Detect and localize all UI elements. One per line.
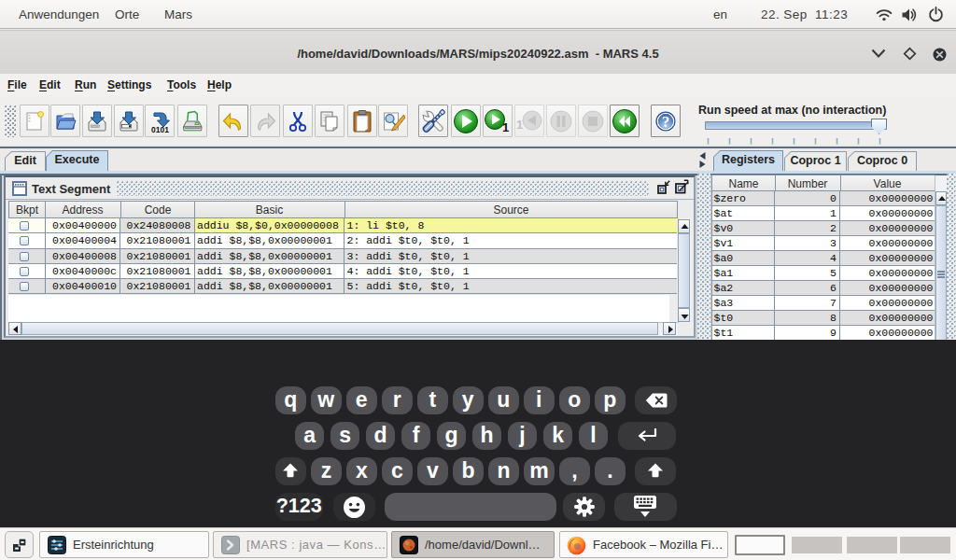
svg-text:0101: 0101 bbox=[151, 125, 169, 133]
svg-text:?: ? bbox=[662, 112, 669, 130]
svg-text:1: 1 bbox=[516, 118, 523, 132]
svg-text:1: 1 bbox=[502, 120, 509, 134]
